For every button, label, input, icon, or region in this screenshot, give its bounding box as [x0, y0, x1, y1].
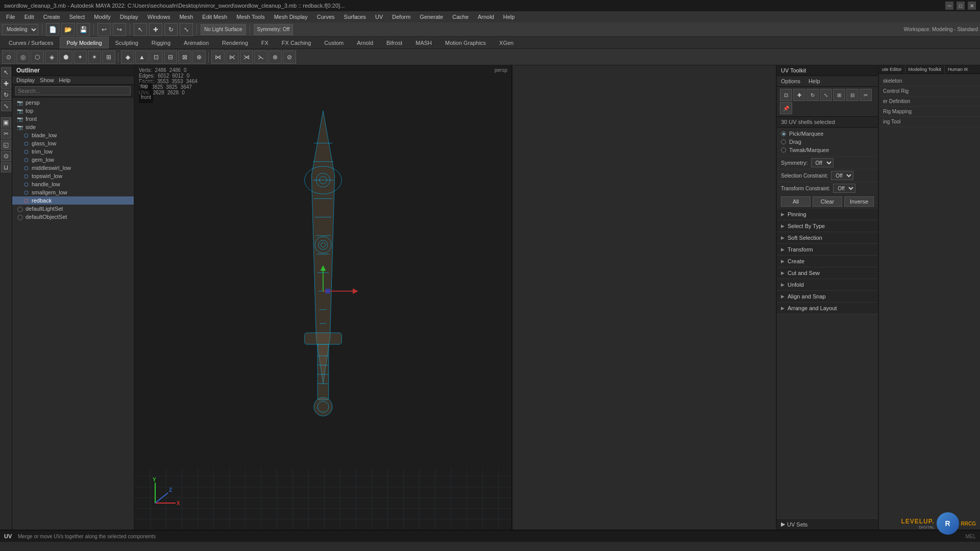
menu-uv[interactable]: UV — [371, 13, 387, 21]
tab-mash[interactable]: MASH — [409, 37, 438, 48]
tb-icon-12[interactable]: ⊟ — [164, 51, 177, 64]
section-header-unfold[interactable]: ▶ Unfold — [777, 279, 878, 290]
section-header-soft-selection[interactable]: ▶ Soft Selection — [777, 232, 878, 243]
tb-icon-18[interactable]: ⋋ — [254, 51, 267, 64]
tb-icon-3[interactable]: ⬡ — [31, 51, 44, 64]
tool-bevel[interactable]: ◱ — [1, 140, 11, 150]
menu-display[interactable]: Display — [116, 13, 142, 21]
tb-icon-16[interactable]: ⋉ — [226, 51, 239, 64]
menu-file[interactable]: File — [2, 13, 19, 21]
selection-constraint-dropdown[interactable]: Off — [831, 171, 853, 180]
tb-icon-13[interactable]: ⊠ — [178, 51, 191, 64]
section-header-arrange-layout[interactable]: ▶ Arrange and Layout — [777, 303, 878, 314]
rpanel-tab-attr[interactable]: ute Editor — [879, 65, 905, 73]
tab-poly-modeling[interactable]: Poly Modeling — [60, 37, 108, 48]
tb-icon-9[interactable]: ◆ — [121, 51, 134, 64]
uv-sets-arrow[interactable]: ▶ — [781, 521, 785, 528]
action-clear-btn[interactable]: Clear — [813, 196, 842, 207]
tb-icon-6[interactable]: ✦ — [74, 51, 87, 64]
tab-curves-surfaces[interactable]: Curves / Surfaces — [2, 37, 60, 48]
outliner-item-blade[interactable]: ⬡ blade_low — [12, 131, 134, 139]
tk-btn-cut[interactable]: ✂ — [860, 89, 872, 101]
outliner-item-handle[interactable]: ⬡ handle_low — [12, 180, 134, 188]
tool-move[interactable]: ✚ — [1, 79, 11, 89]
menu-mesh[interactable]: Mesh — [175, 13, 197, 21]
scale-btn[interactable]: ⤡ — [180, 23, 193, 36]
tk-btn-move[interactable]: ✚ — [793, 89, 805, 101]
menu-curves[interactable]: Curves — [313, 13, 339, 21]
menu-help[interactable]: Help — [499, 13, 519, 21]
outliner-search-input[interactable] — [15, 86, 131, 95]
outliner-menu-show[interactable]: Show — [40, 77, 54, 83]
tb-icon-1[interactable]: ⊙ — [2, 51, 15, 64]
outliner-item-defaultobjectset[interactable]: ◯ defaultObjectSet — [12, 213, 134, 221]
radio-tweak-marquee[interactable]: Tweak/Marquee — [781, 146, 874, 154]
section-header-select-by-type[interactable]: ▶ Select By Type — [777, 220, 878, 232]
tb-icon-2[interactable]: ◎ — [16, 51, 30, 64]
tb-icon-8[interactable]: ⊞ — [102, 51, 115, 64]
maximize-btn[interactable]: □ — [957, 2, 965, 10]
tb-icon-15[interactable]: ⋈ — [211, 51, 225, 64]
minimize-btn[interactable]: ─ — [945, 2, 953, 10]
section-header-align-snap[interactable]: ▶ Align and Snap — [777, 291, 878, 302]
symmetry-dropdown[interactable]: Off — [811, 158, 834, 167]
tb-icon-11[interactable]: ⊡ — [150, 51, 163, 64]
outliner-item-side[interactable]: 📷 side — [12, 123, 134, 131]
outliner-item-defaultlightset[interactable]: ◯ defaultLightSet — [12, 205, 134, 213]
outliner-item-smallgem[interactable]: ⬡ smallgem_low — [12, 188, 134, 196]
tb-icon-19[interactable]: ⊗ — [268, 51, 282, 64]
radio-drag[interactable]: Drag — [781, 138, 874, 146]
select-btn[interactable]: ↖ — [134, 23, 147, 36]
outliner-menu-help[interactable]: Help — [59, 77, 71, 83]
menu-mesh-display[interactable]: Mesh Display — [270, 13, 312, 21]
tab-motion-graphics[interactable]: Motion Graphics — [438, 37, 493, 48]
outliner-item-trim[interactable]: ⬡ trim_low — [12, 147, 134, 156]
outliner-item-middleswirl[interactable]: ⬡ middleswirl_low — [12, 164, 134, 172]
symmetry-btn[interactable]: Symmetry: Off — [254, 24, 293, 35]
tab-bifrost[interactable]: Bifrost — [380, 37, 409, 48]
tk-btn-select[interactable]: ⊡ — [780, 89, 792, 101]
section-header-pinning[interactable]: ▶ Pinning — [777, 209, 878, 220]
save-btn[interactable]: 💾 — [77, 23, 90, 36]
viewport3d[interactable]: Verts: 2486 2486 0 Edges: 6012 6012 0 Fa… — [135, 65, 512, 530]
rotate-btn[interactable]: ↻ — [164, 23, 178, 36]
menu-select[interactable]: Select — [65, 13, 89, 21]
outliner-item-top[interactable]: 📷 top — [12, 107, 134, 115]
menu-create[interactable]: Create — [39, 13, 64, 21]
tool-bridge[interactable]: ⊔ — [1, 162, 11, 172]
tk-btn-unfold[interactable]: ⊞ — [833, 89, 845, 101]
outliner-item-front[interactable]: 📷 front — [12, 115, 134, 123]
menu-deform[interactable]: Deform — [388, 13, 414, 21]
tk-btn-pin[interactable]: 📌 — [780, 102, 792, 114]
tb-icon-14[interactable]: ⊕ — [192, 51, 206, 64]
action-inverse-btn[interactable]: Inverse — [844, 196, 874, 207]
tb-icon-4[interactable]: ◈ — [45, 51, 58, 64]
tb-icon-17[interactable]: ⋊ — [240, 51, 253, 64]
menu-mesh-tools[interactable]: Mesh Tools — [232, 13, 268, 21]
tool-select[interactable]: ↖ — [1, 67, 11, 78]
menu-generate[interactable]: Generate — [415, 13, 447, 21]
new-file-btn[interactable]: 📄 — [46, 23, 59, 36]
tool-extrude[interactable]: ▣ — [1, 117, 11, 128]
tk-btn-rotate[interactable]: ↻ — [806, 89, 819, 101]
menu-surfaces[interactable]: Surfaces — [340, 13, 370, 21]
menu-modify[interactable]: Modify — [90, 13, 114, 21]
menu-edit-mesh[interactable]: Edit Mesh — [198, 13, 231, 21]
cam-tab-persp[interactable]: persp — [495, 67, 507, 73]
tb-icon-20[interactable]: ⊘ — [283, 51, 296, 64]
tab-animation[interactable]: Animation — [177, 37, 215, 48]
open-btn[interactable]: 📂 — [61, 23, 75, 36]
tab-rigging[interactable]: Rigging — [145, 37, 177, 48]
rpanel-tab-modeling[interactable]: Modeling Toolkit — [905, 65, 945, 73]
char-section-definition[interactable]: er Definition — [883, 98, 910, 104]
section-header-create[interactable]: ▶ Create — [777, 256, 878, 267]
outliner-item-redback[interactable]: ⬡ redback — [12, 196, 134, 205]
char-section-skeleton[interactable]: skeleton — [883, 78, 902, 84]
tool-loop[interactable]: ⊙ — [1, 151, 11, 161]
mode-dropdown[interactable]: Modeling — [2, 24, 38, 35]
section-header-cut-and-sew[interactable]: ▶ Cut and Sew — [777, 267, 878, 279]
tab-fx-caching[interactable]: FX Caching — [275, 37, 317, 48]
outliner-item-topswirl[interactable]: ⬡ topswirl_low — [12, 172, 134, 180]
char-section-rig-mapping[interactable]: Rig Mapping — [883, 109, 912, 114]
outliner-item-glass[interactable]: ⬡ glass_low — [12, 139, 134, 147]
